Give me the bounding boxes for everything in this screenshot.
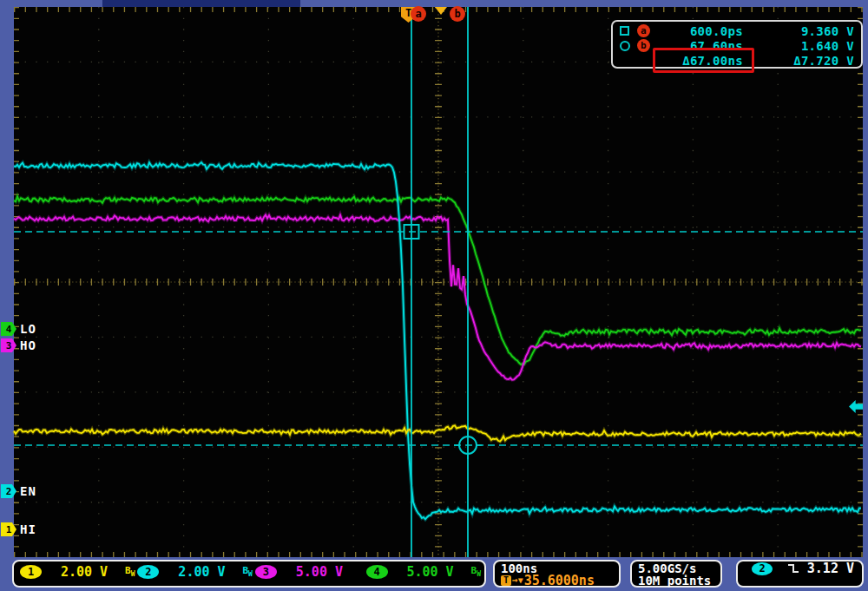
sample-rate: 5.00GS/s — [638, 562, 714, 575]
wave-label-en: EN — [20, 484, 36, 498]
record-length: 10M points — [638, 575, 714, 587]
cursor-a-square-icon — [620, 26, 633, 36]
timebase-box[interactable]: 100ns T → ▼ 35.6000ns — [493, 560, 621, 588]
wave-label-ho: HO — [20, 338, 36, 352]
channel-4-scale: 5.00 V — [395, 564, 466, 580]
channel-4-group[interactable]: 4 5.00 V BW — [364, 564, 481, 580]
cursor-b-voltage: 1.640 V — [743, 39, 856, 53]
channel-scales-box[interactable]: 1 2.00 V BW 2 2.00 V BW 3 5.00 V 4 5.00 … — [12, 560, 486, 588]
trigger-t-icon: T — [501, 575, 511, 586]
bandwidth-icon: BW — [125, 565, 135, 578]
delta-time-highlight-rect — [653, 48, 754, 73]
wave-label-hi: HI — [20, 522, 36, 536]
channel-2-group[interactable]: 2 2.00 V BW — [135, 564, 252, 580]
cursor-a-badge[interactable]: a — [411, 6, 426, 22]
cursor-b-circle-icon — [620, 41, 633, 51]
oscilloscope-frame: T a b a 600.0ps 9.360 V b 67.60ns 1.640 … — [0, 0, 868, 591]
channel-3-scale: 5.00 V — [284, 564, 355, 580]
acquisition-box[interactable]: 5.00GS/s 10M points — [630, 560, 722, 588]
trigger-source-badge[interactable]: 2 — [752, 562, 773, 575]
channel-3-group[interactable]: 3 5.00 V — [253, 564, 364, 580]
cursor-a-voltage: 9.360 V — [743, 24, 856, 38]
bandwidth-icon: BW — [471, 565, 481, 578]
channel-1-scale: 2.00 V — [49, 564, 120, 580]
trigger-level-value: 3.12 V — [801, 561, 854, 576]
cursor-a-time: 600.0ps — [650, 24, 743, 38]
cursor-b-badge[interactable]: b — [450, 6, 465, 22]
trace-ho — [14, 214, 861, 379]
delta-voltage: Δ7.720 V — [743, 54, 856, 68]
cursor-a-row: a 600.0ps 9.360 V — [620, 23, 856, 38]
channel-4-badge[interactable]: 4 — [366, 565, 388, 579]
channel-1-badge[interactable]: 1 — [20, 565, 42, 579]
channel-3-badge[interactable]: 3 — [255, 565, 277, 579]
arrow-right-icon: → — [512, 575, 518, 587]
bandwidth-icon: BW — [242, 565, 252, 578]
channel-2-scale: 2.00 V — [166, 564, 237, 580]
triangle-down-icon: ▼ — [518, 575, 523, 587]
waveform-layer — [0, 0, 868, 591]
wave-label-lo: LO — [20, 322, 36, 336]
falling-edge-icon — [787, 562, 801, 575]
trigger-position-value: 35.6000ns — [524, 575, 595, 587]
channel-1-group[interactable]: 1 2.00 V BW — [17, 564, 135, 580]
trigger-box[interactable]: 2 3.12 V — [736, 560, 864, 588]
channel-2-badge[interactable]: 2 — [137, 565, 159, 579]
cursor-a-label: a — [637, 24, 650, 37]
cursor-b-label: b — [637, 39, 650, 52]
trigger-position-readout: T → ▼ 35.6000ns — [501, 575, 613, 587]
trace-lo — [14, 197, 861, 364]
